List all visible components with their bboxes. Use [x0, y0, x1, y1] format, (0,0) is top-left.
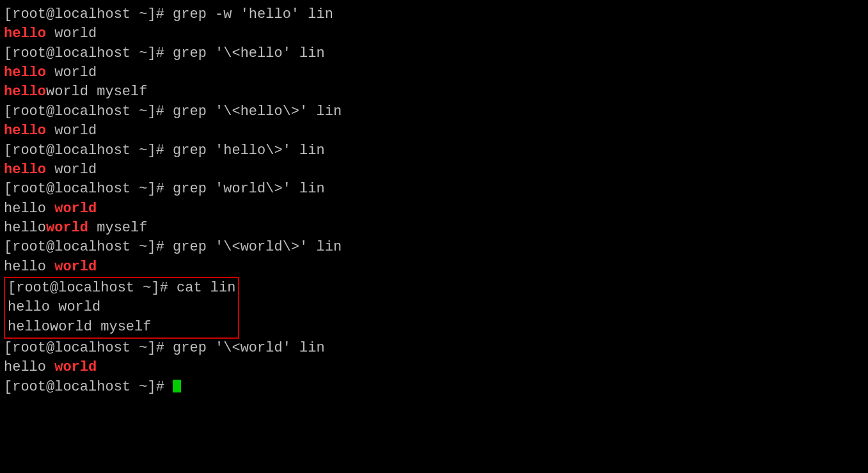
boxed-result-1: hello world	[8, 298, 235, 317]
result-pre-6: hello	[4, 259, 54, 275]
cmd-line-7: [root@localhost ~]# grep '\<world' lin	[4, 339, 864, 358]
cmd-line-6: [root@localhost ~]# grep '\<world\>' lin	[4, 238, 864, 257]
prompt-7: [root@localhost ~]# grep '\<world' lin	[4, 340, 325, 356]
result-rest-5b: myself	[88, 220, 147, 236]
prompt-6: [root@localhost ~]# grep '\<world\>' lin	[4, 239, 342, 255]
highlight-hello-2: hello	[4, 65, 46, 81]
prompt-1: [root@localhost ~]# grep -w 'hello' lin	[4, 6, 333, 22]
result-rest-1: world	[46, 26, 97, 42]
result-line-3: hello world	[4, 121, 864, 141]
final-prompt: [root@localhost ~]#	[4, 379, 173, 395]
prompt-4: [root@localhost ~]# grep 'hello\>' lin	[4, 143, 325, 159]
terminal: [root@localhost ~]# grep -w 'hello' lin …	[4, 5, 864, 468]
cmd-line-2: [root@localhost ~]# grep '\<hello' lin	[4, 44, 864, 63]
result-line-7: hello world	[4, 358, 864, 377]
result-line-6: hello world	[4, 258, 864, 277]
result-rest-2: world	[46, 65, 97, 81]
result-rest-3: world	[46, 123, 97, 139]
result-line-2b: helloworld myself	[4, 82, 864, 102]
cmd-line-4: [root@localhost ~]# grep 'hello\>' lin	[4, 141, 864, 160]
prompt-3: [root@localhost ~]# grep '\<hello\>' lin	[4, 104, 342, 120]
result-line-2: hello world	[4, 63, 864, 82]
highlight-hello-1: hello	[4, 26, 46, 42]
boxed-result-2: helloworld myself	[8, 318, 235, 337]
prompt-5: [root@localhost ~]# grep 'world\>' lin	[4, 181, 325, 197]
result-rest-4: world	[46, 162, 97, 178]
boxed-section: [root@localhost ~]# cat lin hello world …	[4, 277, 239, 339]
highlight-world-5: world	[54, 201, 97, 217]
boxed-prompt: [root@localhost ~]# cat lin	[8, 280, 235, 296]
highlight-hello-2b: hello	[4, 84, 46, 100]
result-rest-2b: world myself	[46, 84, 147, 100]
highlight-hello-4: hello	[4, 162, 46, 178]
prompt-2: [root@localhost ~]# grep '\<hello' lin	[4, 45, 325, 61]
highlight-hello-3: hello	[4, 123, 46, 139]
result-line-5: hello world	[4, 199, 864, 219]
highlight-world-7: world	[54, 359, 97, 375]
result-line-5b: helloworld myself	[4, 219, 864, 238]
cursor	[173, 380, 181, 392]
boxed-text-2: helloworld myself	[8, 319, 151, 335]
cmd-line-5: [root@localhost ~]# grep 'world\>' lin	[4, 180, 864, 199]
result-pre-5b: hello	[4, 220, 46, 236]
boxed-text-1: hello world	[8, 299, 100, 315]
result-line-1: hello world	[4, 24, 864, 43]
highlight-world-6: world	[54, 259, 97, 275]
final-prompt-line: [root@localhost ~]#	[4, 378, 864, 397]
cmd-line-3: [root@localhost ~]# grep '\<hello\>' lin	[4, 102, 864, 121]
highlight-world-5b: world	[46, 220, 88, 236]
result-pre-5: hello	[4, 201, 54, 217]
result-pre-7: hello	[4, 359, 54, 375]
boxed-cmd: [root@localhost ~]# cat lin	[8, 279, 235, 298]
result-line-4: hello world	[4, 160, 864, 180]
cmd-line-1: [root@localhost ~]# grep -w 'hello' lin	[4, 5, 864, 24]
